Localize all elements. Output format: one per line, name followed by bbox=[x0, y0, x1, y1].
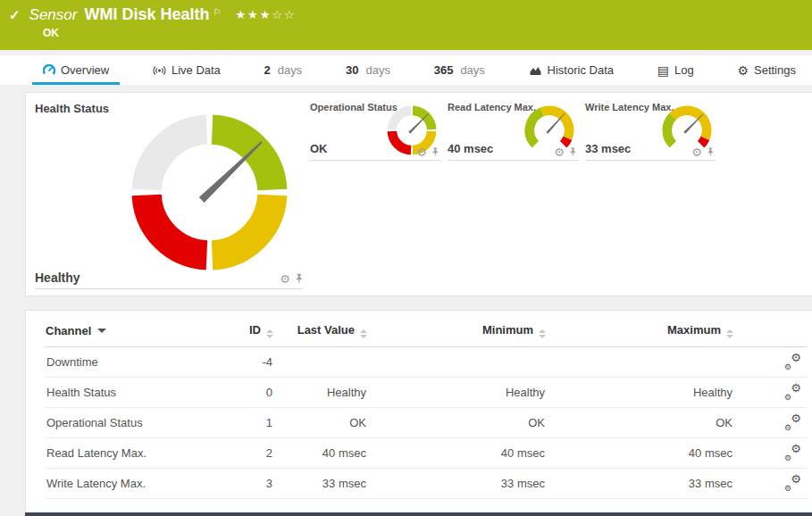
tab-number: 30 bbox=[346, 63, 358, 77]
channel-maximum: OK bbox=[546, 408, 733, 438]
pin-icon[interactable] bbox=[569, 147, 576, 157]
table-header-row: Channel ID Last Value Minimum Maximum bbox=[46, 314, 807, 347]
sort-icon bbox=[539, 329, 546, 338]
tab-log[interactable]: ▤ Log bbox=[647, 55, 705, 85]
sort-icon bbox=[360, 329, 367, 338]
sensor-header: ✓ Sensor WMI Disk Health ⚐ ★★★☆☆ OK bbox=[0, 0, 812, 50]
sensor-status: OK bbox=[43, 27, 803, 39]
gauge-title: Write Latency Max. bbox=[585, 102, 674, 112]
channel-name: Operational Status bbox=[46, 408, 215, 438]
channel-id: 0 bbox=[215, 378, 273, 408]
column-header-maximum[interactable]: Maximum bbox=[546, 314, 733, 347]
channel-minimum: Healthy bbox=[367, 378, 546, 408]
channel-id: 2 bbox=[215, 438, 273, 469]
favorite-flag-icon[interactable]: ⚐ bbox=[213, 7, 221, 17]
gauge-actions: ⚙ bbox=[554, 146, 576, 158]
channel-minimum: 40 msec bbox=[367, 438, 546, 469]
channel-table: Channel ID Last Value Minimum Maximum bbox=[46, 314, 807, 499]
status-check-icon: ✓ bbox=[9, 7, 21, 23]
tab-label: Settings bbox=[754, 63, 796, 77]
column-header-channel[interactable]: Channel bbox=[46, 314, 215, 347]
channel-name: Health Status bbox=[46, 378, 215, 408]
channel-maximum: 40 msec bbox=[546, 438, 733, 469]
channel-settings-gears-icon[interactable]: ⚙⚙ bbox=[783, 414, 801, 429]
table-row: Write Latency Max. 3 33 msec 33 msec 33 … bbox=[46, 469, 807, 499]
priority-stars[interactable]: ★★★☆☆ bbox=[235, 8, 296, 21]
table-row: Operational Status 1 OK OK OK ⚙⚙ bbox=[46, 408, 807, 438]
table-row: Health Status 0 Healthy Healthy Healthy … bbox=[46, 378, 807, 408]
broadcast-icon bbox=[153, 64, 166, 77]
pin-icon[interactable] bbox=[707, 147, 714, 157]
tab-historic-data[interactable]: Historic Data bbox=[518, 55, 624, 85]
channel-settings-gear-icon[interactable]: ⚙ bbox=[416, 146, 427, 158]
column-label: Last Value bbox=[297, 323, 355, 337]
gauge-actions: ⚙ bbox=[691, 146, 714, 158]
tab-label: Live Data bbox=[172, 63, 221, 77]
channel-name: Downtime bbox=[46, 347, 215, 378]
tab-2-days[interactable]: 2 days bbox=[254, 55, 314, 85]
gauge-value: 40 msec bbox=[448, 142, 493, 155]
column-label: Maximum bbox=[667, 323, 721, 337]
operational-status-gauge-block: Operational Status OK ⚙ bbox=[310, 93, 440, 161]
column-header-minimum[interactable]: Minimum bbox=[367, 314, 546, 347]
channel-minimum: OK bbox=[367, 408, 546, 438]
tab-label: days bbox=[278, 63, 302, 77]
channel-minimum bbox=[367, 347, 546, 378]
channel-last-value: OK bbox=[273, 408, 367, 438]
column-label: ID bbox=[249, 323, 261, 337]
write-latency-gauge-block: Write Latency Max. 33 msec ⚙ bbox=[585, 93, 716, 161]
tab-label: days bbox=[460, 63, 484, 77]
tab-number: 2 bbox=[264, 63, 271, 77]
channel-last-value: Healthy bbox=[273, 378, 367, 408]
sort-icon bbox=[266, 329, 273, 338]
channel-last-value: 40 msec bbox=[273, 438, 367, 469]
channel-name: Read Latency Max. bbox=[46, 438, 215, 469]
gauge-title: Health Status bbox=[35, 102, 109, 115]
column-header-actions bbox=[733, 314, 807, 347]
channels-panel: Channel ID Last Value Minimum Maximum bbox=[25, 310, 812, 516]
channel-id: -4 bbox=[215, 347, 273, 378]
pin-icon[interactable] bbox=[431, 147, 439, 157]
object-kind-label: Sensor bbox=[29, 6, 78, 24]
gear-icon: ⚙ bbox=[737, 64, 749, 77]
gauge-title: Read Latency Max. bbox=[448, 102, 536, 112]
tab-30-days[interactable]: 30 days bbox=[335, 55, 401, 85]
gauge-value: Healthy bbox=[35, 270, 80, 285]
gauge-actions: ⚙ bbox=[416, 146, 439, 158]
read-latency-gauge-block: Read Latency Max. 40 msec ⚙ bbox=[448, 93, 578, 161]
sort-icon bbox=[726, 329, 733, 338]
channel-settings-gear-icon[interactable]: ⚙ bbox=[280, 273, 290, 285]
tab-live-data[interactable]: Live Data bbox=[142, 55, 231, 85]
channel-name: Write Latency Max. bbox=[46, 469, 215, 499]
channel-settings-gears-icon[interactable]: ⚙⚙ bbox=[783, 354, 801, 368]
tab-bar: Overview Live Data 2 days 30 days 365 da… bbox=[0, 55, 812, 85]
pin-icon[interactable] bbox=[295, 273, 303, 285]
area-chart-icon bbox=[529, 64, 542, 77]
channel-settings-gear-icon[interactable]: ⚙ bbox=[691, 146, 702, 158]
gauge-actions: ⚙ bbox=[280, 273, 303, 285]
tab-settings[interactable]: ⚙ Settings bbox=[726, 55, 807, 85]
sort-desc-icon bbox=[97, 329, 106, 333]
column-header-last-value[interactable]: Last Value bbox=[273, 314, 367, 347]
channel-settings-gear-icon[interactable]: ⚙ bbox=[554, 146, 565, 158]
channel-settings-gears-icon[interactable]: ⚙⚙ bbox=[783, 445, 801, 459]
channel-settings-gears-icon[interactable]: ⚙⚙ bbox=[783, 475, 801, 489]
channel-settings-gears-icon[interactable]: ⚙⚙ bbox=[783, 384, 801, 398]
channel-last-value: 33 msec bbox=[273, 469, 367, 499]
tab-label: Log bbox=[674, 63, 694, 77]
table-row: Read Latency Max. 2 40 msec 40 msec 40 m… bbox=[46, 438, 807, 469]
log-icon: ▤ bbox=[657, 64, 669, 77]
channel-maximum: Healthy bbox=[546, 378, 733, 408]
health-status-gauge bbox=[131, 114, 288, 270]
gauge-value: OK bbox=[310, 142, 328, 155]
column-header-id[interactable]: ID bbox=[215, 314, 273, 347]
gauge-title: Operational Status bbox=[310, 102, 398, 112]
tab-label: Historic Data bbox=[548, 63, 614, 77]
channel-maximum: 33 msec bbox=[546, 469, 733, 499]
channel-id: 3 bbox=[215, 469, 273, 499]
channel-last-value bbox=[273, 347, 367, 378]
channel-maximum bbox=[546, 347, 733, 378]
gauge-value: 33 msec bbox=[585, 142, 631, 155]
tab-365-days[interactable]: 365 days bbox=[423, 55, 496, 85]
tab-overview[interactable]: Overview bbox=[32, 55, 120, 85]
